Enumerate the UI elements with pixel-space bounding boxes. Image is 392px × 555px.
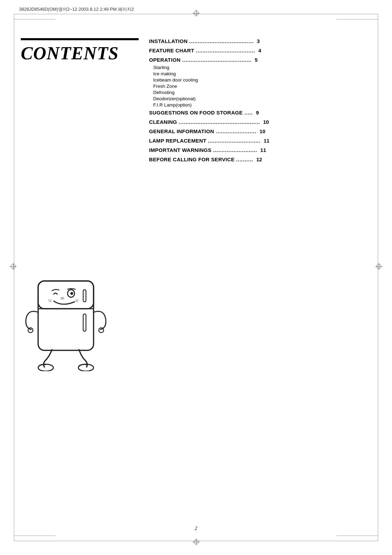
svg-point-4: [70, 292, 73, 295]
toc-page: 9: [256, 110, 259, 116]
toc-dots: ..........................: [211, 147, 259, 153]
bottom-line-left: [14, 536, 55, 536]
toc-item-before-calling: BEFORE CALLING FOR SERVICE .......... 12: [149, 156, 371, 162]
toc-sub-group-operation: Starting Ice making Icebeam door cooling…: [149, 65, 371, 108]
svg-rect-6: [83, 290, 86, 302]
toc-item-suggestions: SUGGESTIONS ON FOOD STORAGE ..... 9: [149, 110, 371, 116]
toc-sub-item: Deodorizer(optional): [153, 96, 371, 101]
toc-label: SUGGESTIONS ON FOOD STORAGE: [149, 110, 243, 116]
toc-page: 10: [263, 119, 269, 125]
toc-dots: ........................................…: [177, 119, 262, 125]
toc-sub-item: Defrosting: [153, 90, 371, 95]
toc-dots: ........................: [214, 129, 258, 134]
toc-label: GENERAL INFORMATION: [149, 128, 214, 134]
toc-sub-item: F.I.R Lamp(option): [153, 102, 371, 108]
top-line-right: [337, 19, 378, 19]
toc-page: 4: [258, 48, 261, 53]
svg-point-8: [28, 328, 33, 333]
bottom-line-right: [337, 536, 378, 536]
toc-label: CLEANING: [149, 119, 177, 125]
page-title: CONTENTS: [21, 43, 139, 63]
crosshair-left: [10, 263, 17, 270]
toc-label: INSTALLATION: [149, 38, 188, 44]
svg-point-5: [60, 297, 64, 300]
toc-dots: ..........: [235, 157, 255, 162]
toc-dots: ...............................: [206, 138, 262, 144]
toc-item-lamp-replacement: LAMP REPLACEMENT .......................…: [149, 138, 371, 144]
toc-page: 3: [257, 38, 260, 44]
crosshair-top: [193, 10, 200, 17]
contents-title: CONTENTS: [21, 38, 139, 63]
svg-point-9: [99, 328, 104, 333]
toc-item-operation: OPERATION ..............................…: [149, 57, 371, 108]
toc-area: INSTALLATION ...........................…: [149, 38, 371, 166]
svg-rect-0: [38, 281, 94, 350]
toc-page: 11: [264, 138, 270, 144]
toc-page: 12: [256, 156, 262, 162]
toc-dots: ........................................…: [181, 57, 253, 63]
toc-page: 5: [255, 57, 258, 63]
toc-sub-item: Starting: [153, 65, 371, 70]
toc-label: BEFORE CALLING FOR SERVICE: [149, 156, 235, 162]
header-meta: 3828JD8546D(OM)영어2~12 2003.8.12 2:49 PM …: [19, 6, 134, 12]
toc-label: FEATURE CHART: [149, 48, 194, 53]
toc-sub-item: Ice making: [153, 71, 371, 76]
toc-item-feature-chart: FEATURE CHART ..........................…: [149, 48, 371, 53]
toc-sub-item: Fresh Zone: [153, 84, 371, 89]
toc-label: OPERATION: [149, 57, 181, 63]
refrigerator-mascot-svg: [21, 271, 111, 371]
toc-item-cleaning: CLEANING ...............................…: [149, 119, 371, 125]
toc-item-installation: INSTALLATION ...........................…: [149, 38, 371, 44]
toc-dots: ......................................: [188, 39, 255, 44]
toc-label: IMPORTANT WARNINGS: [149, 147, 211, 153]
toc-page: 11: [260, 147, 266, 153]
toc-sub-item: Icebeam door cooling: [153, 77, 371, 83]
page-number: 2: [195, 526, 197, 531]
toc-item-important-warnings: IMPORTANT WARNINGS .....................…: [149, 147, 371, 153]
mascot-area: [21, 271, 125, 378]
crosshair-right: [375, 263, 382, 270]
crosshair-bottom: [193, 538, 200, 545]
svg-rect-7: [83, 314, 86, 331]
toc-dots: .....: [243, 110, 254, 116]
toc-page: 10: [260, 128, 265, 134]
top-line-left: [14, 19, 55, 19]
toc-item-general-information: GENERAL INFORMATION ....................…: [149, 128, 371, 134]
toc-dots: ...................................: [194, 48, 257, 53]
toc-label: LAMP REPLACEMENT: [149, 138, 206, 144]
title-bar: [21, 38, 139, 40]
